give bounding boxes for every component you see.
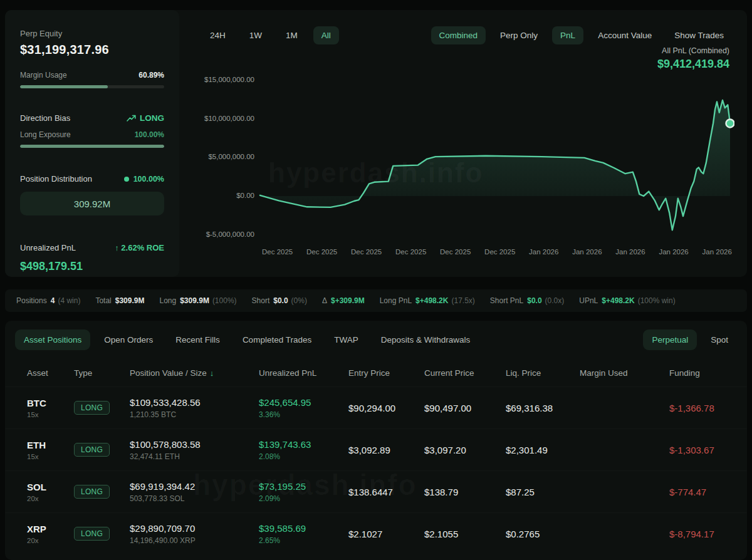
asset-symbol: SOL: [27, 482, 74, 492]
x-tick: Jan 2026: [615, 248, 645, 256]
asset-symbol: BTC: [27, 398, 74, 408]
tab-completed-trades[interactable]: Completed Trades: [234, 329, 320, 350]
y-tick: $5,000,000.00: [208, 153, 254, 160]
table-row-eth[interactable]: ETH15xLONG$100,578,803.5832,474.11 ETH$1…: [5, 428, 747, 470]
long-exposure-label: Long Exposure: [20, 130, 71, 139]
y-tick: $10,000,000.00: [204, 115, 254, 122]
funding: $-8,794.17: [669, 529, 732, 539]
x-tick: Jan 2026: [529, 248, 558, 256]
all-pnl-label: All PnL (Combined): [657, 46, 729, 55]
summary-positions: Positions4(4 win): [16, 296, 80, 305]
leverage: 15x: [27, 411, 74, 418]
type-badge: LONG: [74, 527, 110, 541]
toggle-spot[interactable]: Spot: [702, 329, 737, 350]
long-exposure-bar: [20, 145, 164, 148]
unrealized-pnl: $139,743.63: [259, 439, 348, 450]
unrealized-pnl: $39,585.69: [259, 523, 348, 534]
table-row-btc[interactable]: BTC15xLONG$109,533,428.561,210.35 BTC$24…: [5, 386, 747, 428]
y-tick: $-5,000,000.00: [206, 231, 254, 238]
chart-button-pnl[interactable]: PnL: [552, 26, 583, 44]
leverage: 20x: [27, 495, 74, 502]
summary-short: Short$0.0(0%): [252, 296, 307, 305]
perp-equity-value: $31,199,317.96: [20, 43, 164, 57]
x-tick: Jan 2026: [702, 248, 732, 256]
current-price: $3,097.20: [424, 445, 506, 455]
summary--: Δ$+309.9M: [322, 296, 365, 305]
summary-long: Long$309.9M(100%): [159, 296, 236, 305]
position-distribution-value: 100.00%: [133, 175, 164, 184]
col-header-position-value-size[interactable]: Position Value / Size↓: [130, 368, 259, 378]
tab-open-orders[interactable]: Open Orders: [95, 329, 162, 350]
margin-usage-bar: [20, 85, 164, 88]
col-header-current-price[interactable]: Current Price: [424, 368, 506, 378]
range-button-all[interactable]: All: [313, 26, 339, 44]
col-header-margin-used[interactable]: Margin Used: [580, 368, 669, 378]
chart-button-account-value[interactable]: Account Value: [590, 26, 660, 44]
entry-price: $90,294.00: [348, 403, 424, 413]
leverage: 15x: [27, 453, 74, 460]
tab-twap[interactable]: TWAP: [325, 329, 367, 350]
chart-endpoint-marker: [726, 119, 734, 127]
all-pnl-value: $9,412,419.84: [657, 58, 729, 71]
tabs-row: Asset PositionsOpen OrdersRecent FillsCo…: [5, 321, 747, 350]
entry-price: $2.1027: [348, 529, 424, 539]
direction-bias-label: Direction Bias: [20, 113, 70, 123]
position-value: $69,919,394.42: [130, 481, 259, 492]
summary-upnl: UPnL$+498.2K(100% win): [579, 296, 675, 305]
x-tick: Jan 2026: [572, 248, 602, 256]
entry-price: $138.6447: [348, 487, 424, 497]
asset-symbol: ETH: [27, 440, 74, 450]
toggle-perpetual[interactable]: Perpetual: [643, 329, 697, 350]
unrealized-pnl-pct: 2.65%: [259, 536, 348, 545]
funding: $-774.47: [669, 487, 732, 497]
chart-x-axis: Dec 2025Dec 2025Dec 2025Dec 2025Dec 2025…: [262, 248, 732, 256]
perp-equity-label: Perp Equity: [20, 29, 164, 38]
unrealized-pnl-pct: 2.08%: [259, 452, 348, 461]
col-header-funding[interactable]: Funding: [669, 368, 732, 378]
current-price: $2.1055: [424, 529, 506, 539]
liq-price: $2,301.49: [506, 445, 580, 455]
chart-mode-group: CombinedPerp OnlyPnLAccount ValueShow Tr…: [431, 26, 732, 44]
summary-short-pnl: Short PnL$0.0(0.0x): [490, 296, 564, 305]
x-tick: Dec 2025: [262, 248, 293, 256]
chart-button-perp-only[interactable]: Perp Only: [492, 26, 546, 44]
distribution-dot-icon: [124, 177, 129, 182]
portfolio-overview-card: Perp Equity $31,199,317.96 Margin Usage …: [5, 10, 747, 277]
position-distribution-bucket[interactable]: 309.92M: [20, 192, 164, 215]
table-header-row: AssetTypePosition Value / Size↓Unrealize…: [5, 359, 747, 386]
liq-price: $87.25: [506, 487, 580, 497]
trend-up-icon: [127, 115, 137, 122]
table-row-xrp[interactable]: XRP20xLONG$29,890,709.7014,196,490.00 XR…: [5, 512, 747, 554]
positions-table: AssetTypePosition Value / Size↓Unrealize…: [5, 359, 747, 554]
position-value: $29,890,709.70: [130, 523, 259, 534]
col-header-type[interactable]: Type: [74, 368, 130, 378]
col-header-entry-price[interactable]: Entry Price: [348, 368, 424, 378]
range-button-1m[interactable]: 1M: [278, 26, 306, 44]
leverage: 20x: [27, 537, 74, 544]
funding: $-1,303.67: [669, 445, 732, 455]
y-tick: $0.00: [236, 192, 254, 199]
y-tick: $15,000,000.00: [204, 76, 254, 83]
margin-usage-value: 60.89%: [138, 71, 164, 80]
position-distribution-label: Position Distribution: [20, 174, 92, 184]
unrealized-pnl-pct: 3.36%: [259, 410, 348, 419]
table-row-sol[interactable]: SOL20xLONG$69,919,394.42503,778.33 SOL$7…: [5, 470, 747, 512]
unrealized-pnl: $73,195.25: [259, 481, 348, 492]
chart-y-axis: $15,000,000.00$10,000,000.00$5,000,000.0…: [193, 10, 254, 277]
col-header-unrealized-pnl[interactable]: Unrealized PnL: [259, 368, 348, 378]
tab-recent-fills[interactable]: Recent Fills: [167, 329, 229, 350]
pnl-chart[interactable]: [258, 72, 734, 251]
type-badge: LONG: [74, 485, 110, 499]
col-header-asset[interactable]: Asset: [27, 368, 74, 378]
stats-panel: Perp Equity $31,199,317.96 Margin Usage …: [5, 10, 179, 277]
positions-card: Asset PositionsOpen OrdersRecent FillsCo…: [5, 321, 747, 560]
x-tick: Dec 2025: [484, 248, 515, 256]
tab-asset-positions[interactable]: Asset Positions: [15, 329, 90, 350]
long-exposure-value: 100.00%: [135, 130, 164, 139]
position-value: $100,578,803.58: [130, 439, 259, 450]
col-header-liq-price[interactable]: Liq. Price: [506, 368, 580, 378]
funding: $-1,366.78: [669, 403, 732, 413]
tab-deposits-withdrawals[interactable]: Deposits & Withdrawals: [372, 329, 479, 350]
chart-button-show-trades[interactable]: Show Trades: [666, 26, 732, 44]
chart-button-combined[interactable]: Combined: [431, 26, 486, 44]
